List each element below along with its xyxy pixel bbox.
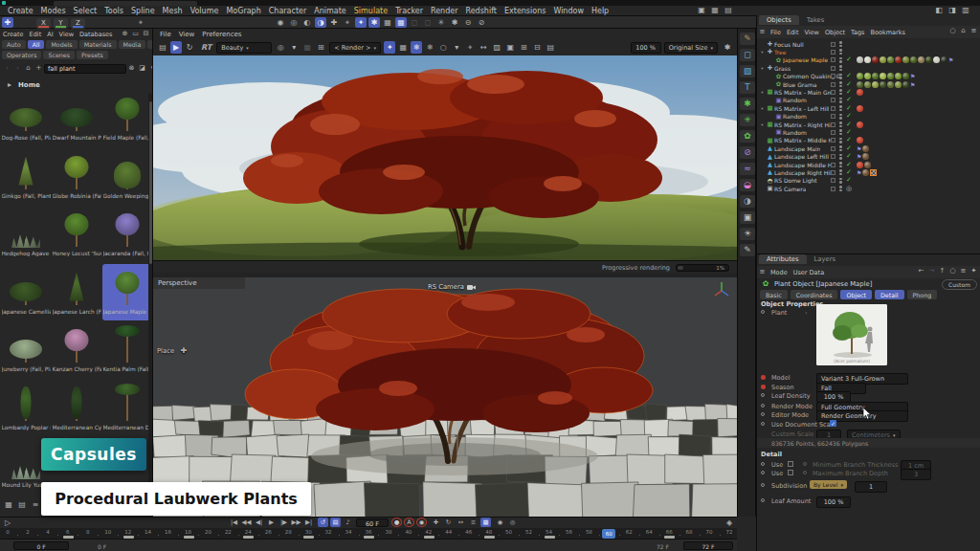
search-icon[interactable]: ○ — [948, 26, 957, 36]
axis-y-button[interactable]: Y — [54, 18, 68, 29]
custom-button[interactable]: Custom — [942, 279, 977, 290]
redshift-tag-icon[interactable] — [857, 121, 863, 128]
lock-icon[interactable]: ✦ — [384, 41, 395, 54]
asset-plant-japanese-camellia-fal[interactable]: Japanese Camellia (Fal... — [1, 264, 51, 320]
show-image-icon[interactable]: ▣ — [504, 41, 516, 54]
breadcrumb[interactable]: ▸ Home — [3, 79, 40, 90]
om-visibility-dots[interactable] — [839, 162, 842, 167]
camera-gizmo-label[interactable]: RS Camera — [428, 283, 476, 291]
restart-render-icon[interactable]: ↻ — [184, 41, 195, 54]
menu-item-animate[interactable]: Animate — [310, 7, 350, 15]
texture-tag[interactable] — [862, 169, 869, 176]
record-active-objects-icon[interactable]: ◉ — [495, 518, 505, 527]
collapse-caret-icon[interactable]: ▾ — [759, 90, 766, 95]
ab-menu-item-ai[interactable]: AI — [44, 31, 56, 38]
cube-primitive-icon[interactable]: ▧ — [740, 65, 755, 77]
param-circle-icon[interactable] — [761, 412, 765, 416]
plant-preview[interactable]: (Acer palmatum) — [816, 304, 887, 365]
layout-browser-icon[interactable]: ◧ — [933, 6, 945, 16]
tab-materials[interactable]: Materials — [79, 40, 117, 49]
menu-item-modes[interactable]: Modes — [37, 7, 70, 15]
texture-tag[interactable] — [925, 56, 932, 63]
rv-menu-item-view[interactable]: View — [175, 31, 199, 38]
ab-menu-item-create[interactable]: Create — [0, 31, 27, 38]
timeline-frame-20[interactable]: 20 — [202, 529, 213, 535]
asset-plant-golden-weeping-willo[interactable]: Golden Weeping Willo... — [102, 148, 152, 205]
om-marker-checkbox[interactable] — [831, 50, 835, 55]
viewport-scene-art[interactable] — [153, 277, 737, 517]
timeline-frame-14[interactable]: 14 — [143, 529, 154, 535]
om-row-landscape-middle-hill[interactable]: ▲Landscape Middle Hill✓ — [757, 161, 980, 168]
thumb-view-icon[interactable]: ▦ — [3, 499, 14, 510]
om-enabled-check[interactable]: ✓ — [846, 56, 852, 63]
disabled-icon-1[interactable]: ◻ — [409, 17, 420, 28]
attr-menu-item-user-data[interactable]: User Data — [791, 269, 827, 276]
texture-tag[interactable] — [857, 81, 863, 88]
search-icon[interactable]: ○ — [948, 266, 957, 276]
max-branch-field[interactable]: 3 — [901, 469, 931, 480]
ab-menu-item-databases[interactable]: Databases — [77, 31, 115, 38]
om-row-rs-matrix-main-ground[interactable]: ▾▦RS Matrix - Main Ground✓ — [757, 88, 980, 96]
om-enabled-check[interactable]: ✓ — [846, 153, 852, 160]
param-circle-icon[interactable] — [761, 462, 765, 466]
plant-object-icon[interactable]: ✿ — [760, 279, 771, 290]
texture-tag[interactable] — [864, 162, 871, 168]
om-marker-checkbox[interactable] — [831, 187, 835, 191]
om-marker-checkbox[interactable] — [831, 42, 835, 47]
next-frame-icon[interactable]: |▶ — [278, 518, 289, 527]
om-marker-checkbox[interactable] — [831, 98, 835, 102]
rv-menu-item-file[interactable]: File — [156, 31, 175, 38]
timeline-frame-56[interactable]: 56 — [563, 529, 574, 535]
om-menu-item-tags[interactable]: Tags — [848, 29, 867, 36]
texture-tag[interactable] — [902, 56, 909, 63]
timeline-frame-40[interactable]: 40 — [403, 529, 414, 535]
param-circle-icon[interactable] — [761, 422, 765, 426]
om-enabled-check[interactable]: ✓ — [846, 81, 852, 88]
om-visibility-dots[interactable] — [839, 41, 842, 47]
om-row-blue-grama[interactable]: ✿Blue Grama✓⚑ — [757, 80, 980, 88]
texture-tag[interactable] — [862, 145, 869, 152]
pan-zoom-icon[interactable]: ↔ — [478, 41, 489, 54]
save-image-icon[interactable]: ▤ — [157, 41, 168, 54]
simulate-settings-icon[interactable]: ✱ — [368, 17, 380, 28]
texture-tag[interactable] — [880, 73, 886, 79]
asset-plant-honey-locust-sunbur[interactable]: Honey Locust 'Sunbur... — [52, 206, 101, 262]
texture-tag[interactable] — [857, 73, 863, 79]
tab-objects[interactable]: Objects — [759, 15, 799, 25]
panel-menu-icon[interactable]: ≡ — [758, 27, 767, 37]
timeline-frame-42[interactable]: 42 — [423, 529, 434, 535]
om-enabled-check[interactable]: ✓ — [846, 121, 852, 128]
om-visibility-dots[interactable] — [839, 178, 842, 184]
range-start-field[interactable]: 0 F — [13, 541, 69, 550]
attr-tab-phong[interactable]: Phong — [907, 290, 938, 299]
om-enabled-check[interactable]: ✓ — [846, 145, 852, 152]
menu-item-volume[interactable]: Volume — [187, 7, 223, 15]
om-enabled-check[interactable]: ✓ — [846, 162, 852, 168]
axis-x-button[interactable]: X — [36, 18, 51, 29]
array-generator-icon[interactable]: ✳ — [740, 114, 755, 126]
snap-grid-icon[interactable]: ▦ — [395, 17, 407, 28]
om-visibility-dots[interactable] — [839, 138, 842, 143]
renderview-settings-icon[interactable]: ✱ — [722, 41, 733, 54]
asset-plant-globe-robinia-fall-pl[interactable]: Globe Robinia (Fall, Pl... — [52, 148, 101, 205]
simulate-lock-icon[interactable]: ✦ — [355, 17, 367, 28]
layout-panel-icon[interactable]: ▥ — [960, 6, 971, 16]
texture-tag[interactable] — [872, 73, 879, 79]
texture-tag[interactable] — [880, 56, 886, 63]
key-rotation-icon[interactable]: ↻ — [443, 518, 454, 527]
om-row-focus-null[interactable]: ✚Focus Null — [757, 40, 980, 48]
tab-all[interactable]: All — [28, 40, 45, 49]
timeline-frame-2[interactable]: 2 — [22, 529, 33, 535]
tab-media[interactable]: Media — [119, 40, 146, 49]
tab-auto[interactable]: Auto — [2, 40, 26, 49]
deformer-icon[interactable]: ⊘ — [740, 146, 755, 159]
om-visibility-dots[interactable] — [839, 89, 842, 95]
asset-plant-japanese-maple-fall[interactable]: Japanese Maple (Fall, ... — [102, 264, 152, 320]
texture-tag[interactable] — [895, 73, 902, 79]
param-circle-icon[interactable] — [761, 471, 765, 474]
attr-tab-coordinates[interactable]: Coordinates — [791, 290, 838, 299]
om-menu-item-bookmarks[interactable]: Bookmarks — [867, 29, 907, 36]
om-visibility-dots[interactable] — [839, 57, 842, 63]
timeline-frame-6[interactable]: 6 — [62, 529, 74, 535]
forward-icon[interactable]: › — [13, 63, 22, 74]
